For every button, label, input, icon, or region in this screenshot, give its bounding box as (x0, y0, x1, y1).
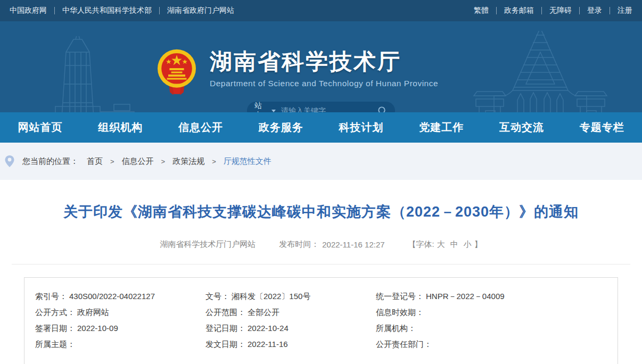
search-icon (377, 106, 388, 113)
search-scope-label: 站内 (254, 101, 268, 112)
divider (579, 7, 580, 14)
breadcrumb-item-info-disclosure[interactable]: 信息公开 (122, 156, 154, 167)
breadcrumb-separator: > (161, 158, 166, 166)
search-scope-dropdown[interactable]: 站内 (254, 101, 276, 112)
font-size-bracket-open: 【 (408, 239, 416, 250)
location-pin-icon (4, 155, 15, 168)
nav-item-interaction[interactable]: 互动交流 (482, 112, 562, 143)
breadcrumb-separator: > (110, 158, 114, 166)
breadcrumb-item-current[interactable]: 厅规范性文件 (224, 156, 271, 167)
topbar-link-mail[interactable]: 政务邮箱 (504, 6, 534, 15)
info-field-signing-date: 签署日期：2022-10-09 (35, 320, 205, 336)
font-size-label: 字体: (416, 239, 434, 250)
site-brand[interactable]: 湖南省科学技术厅 Department of Science and Techn… (155, 48, 438, 97)
chevron-down-icon (271, 110, 276, 112)
divider (496, 7, 497, 14)
topbar-link-hunan-gov[interactable]: 湖南省政府门户网站 (167, 6, 234, 15)
publish-time-group: 发布时间： 2022-11-16 12:27 (279, 239, 384, 250)
topbar-link-login[interactable]: 登录 (587, 6, 602, 15)
info-field-unified-reg-number: 统一登记号：HNPR－2022－04009 (376, 288, 607, 304)
nav-item-gov-services[interactable]: 政务服务 (241, 112, 321, 143)
info-field-disclosure-scope: 公开范围：全部公开 (205, 304, 376, 320)
info-field-disclosure-method: 公开方式：政府网站 (35, 304, 205, 320)
primary-nav: 网站首页 组织机构 信息公开 政务服务 科技计划 党建工作 互动交流 专题专栏 (0, 112, 642, 143)
breadcrumb: 您当前的位置： 首页 > 信息公开 > 政策法规 > 厅规范性文件 (22, 156, 271, 167)
topbar-right-links: 繁體 政务邮箱 无障碍 登录 注册 (474, 6, 632, 15)
topbar-left-links: 中国政府网 中华人民共和国科学技术部 湖南省政府门户网站 (10, 6, 234, 15)
top-utility-bar: 中国政府网 中华人民共和国科学技术部 湖南省政府门户网站 繁體 政务邮箱 无障碍… (0, 0, 642, 21)
topbar-link-most[interactable]: 中华人民共和国科学技术部 (62, 6, 152, 15)
divider (541, 7, 542, 14)
font-size-bracket-close: 】 (474, 239, 482, 250)
font-size-medium-button[interactable]: 中 (450, 239, 458, 250)
nav-item-home[interactable]: 网站首页 (0, 112, 80, 143)
site-search-bar: 站内 (247, 102, 395, 112)
nav-item-info-disclosure[interactable]: 信息公开 (161, 112, 241, 143)
national-emblem-logo (155, 48, 198, 97)
info-field-subject: 所属主题： (35, 336, 205, 352)
divider (159, 7, 160, 14)
tower-spire-outline-icon (458, 31, 623, 112)
topbar-link-register[interactable]: 注册 (618, 6, 632, 15)
search-button[interactable] (377, 106, 388, 113)
divider (54, 7, 55, 14)
nav-item-sci-tech-programs[interactable]: 科技计划 (321, 112, 401, 143)
font-size-control: 【 字体: 大 中 小 】 (408, 239, 482, 250)
breadcrumb-prefix: 您当前的位置： (22, 156, 78, 167)
page: 中国政府网 中华人民共和国科学技术部 湖南省政府门户网站 繁體 政务邮箱 无障碍… (0, 0, 642, 364)
topbar-link-traditional[interactable]: 繁體 (474, 6, 489, 15)
info-field-issue-date: 发文日期：2022-11-16 (205, 336, 376, 352)
skyscraper-outline-icon (10, 36, 143, 112)
article-meta: 湖南省科学技术厅门户网站 发布时间： 2022-11-16 12:27 【 字体… (0, 239, 642, 250)
site-subtitle: Department of Science and Technology of … (210, 79, 438, 88)
masthead: 湖南省科学技术厅 Department of Science and Techn… (0, 21, 642, 112)
publish-time-label: 发布时间： (279, 239, 319, 250)
nav-item-special-topics[interactable]: 专题专栏 (562, 112, 642, 143)
document-info-panel: 索引号：430S00/2022-04022127 文号：湘科发〔2022〕150… (24, 277, 618, 364)
nav-item-organization[interactable]: 组织机构 (80, 112, 161, 143)
topbar-link-accessibility[interactable]: 无障碍 (549, 6, 572, 15)
font-size-large-button[interactable]: 大 (437, 239, 445, 250)
info-field-responsible-department: 公开责任部门： (376, 336, 607, 352)
publish-time-value: 2022-11-16 12:27 (322, 240, 384, 249)
breadcrumb-item-home[interactable]: 首页 (87, 156, 103, 167)
right-building-watermark (458, 31, 623, 112)
topbar-link-gov-cn[interactable]: 中国政府网 (10, 6, 47, 15)
breadcrumb-item-policies[interactable]: 政策法规 (172, 156, 204, 167)
section-divider (12, 264, 630, 264)
article-source: 湖南省科学技术厅门户网站 (160, 239, 256, 250)
breadcrumb-bar: 您当前的位置： 首页 > 信息公开 > 政策法规 > 厅规范性文件 (0, 143, 642, 180)
left-building-watermark (10, 36, 143, 112)
search-input[interactable] (281, 106, 377, 112)
font-size-small-button[interactable]: 小 (464, 239, 472, 250)
breadcrumb-separator: > (212, 158, 216, 166)
brand-titles: 湖南省科学技术厅 Department of Science and Techn… (210, 48, 438, 88)
article-title: 关于印发《湖南省科技支撑碳达峰碳中和实施方案（2022－2030年）》的通知 (0, 202, 642, 221)
info-field-index-number: 索引号：430S00/2022-04022127 (35, 288, 205, 304)
article-area: 关于印发《湖南省科技支撑碳达峰碳中和实施方案（2022－2030年）》的通知 湖… (0, 180, 642, 364)
info-field-validity-period: 信息时效期： (376, 304, 607, 320)
divider (610, 7, 610, 14)
site-title: 湖南省科学技术厅 (210, 48, 438, 76)
nav-item-party-building[interactable]: 党建工作 (401, 112, 482, 143)
info-field-registration-date: 登记日期：2022-10-24 (205, 320, 376, 336)
info-field-doc-number: 文号：湘科发〔2022〕150号 (205, 288, 376, 304)
info-field-affiliated-agency: 所属机构： (376, 320, 607, 336)
